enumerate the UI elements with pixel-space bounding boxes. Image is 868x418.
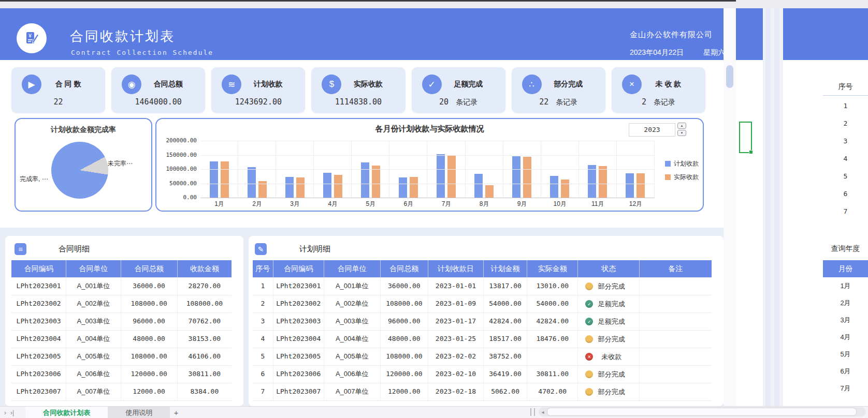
cell[interactable]: 4702.00 [527, 383, 578, 400]
remark-cell[interactable] [640, 278, 712, 295]
cell[interactable]: 108000.00 [381, 348, 428, 365]
cell[interactable]: A_005单位 [324, 348, 381, 365]
cell[interactable]: 42824.00 [484, 313, 527, 330]
cell[interactable]: LPht2023007 [11, 383, 66, 400]
month-cell[interactable]: 6月 [823, 363, 868, 380]
cell[interactable]: 1 [253, 278, 273, 295]
cell[interactable]: LPht2023006 [273, 366, 324, 383]
cell[interactable]: A_003单位 [324, 313, 381, 330]
cell[interactable]: 36000.00 [381, 278, 428, 295]
add-sheet-button[interactable]: + [170, 408, 182, 417]
cell[interactable]: 2 [253, 295, 273, 312]
cell[interactable]: 3 [253, 313, 273, 330]
cell[interactable]: LPht2023003 [273, 313, 324, 330]
cell[interactable]: 108000.00 [178, 295, 232, 312]
header-cell[interactable]: 合同编码 [11, 260, 66, 277]
month-cell[interactable]: 5月 [823, 346, 868, 363]
cell[interactable] [527, 348, 578, 365]
header-cell[interactable]: 合同总额 [381, 260, 428, 277]
header-cell[interactable]: 状态 [578, 260, 640, 277]
cell[interactable]: 36419.00 [484, 366, 527, 383]
year-input[interactable]: 2023 [629, 123, 675, 137]
cell[interactable]: 46106.00 [178, 348, 232, 365]
cell[interactable]: A_001单位 [66, 278, 121, 295]
cell[interactable]: 2023-01-01 [428, 278, 484, 295]
cell[interactable]: LPht2023002 [273, 295, 324, 312]
cell[interactable]: 2023-02-18 [428, 383, 484, 400]
header-cell[interactable]: 合同单位 [324, 260, 381, 277]
cell[interactable]: A_006单位 [66, 366, 121, 383]
month-column-header[interactable]: 月份 [823, 260, 868, 277]
cell[interactable]: 48000.00 [381, 331, 428, 348]
cell[interactable]: 2023-02-10 [428, 366, 484, 383]
cell[interactable]: 2023-01-25 [428, 331, 484, 348]
cell[interactable]: 6 [253, 366, 273, 383]
year-spin-up-button[interactable]: ▲ [677, 123, 686, 129]
header-cell[interactable]: 合同单位 [66, 260, 121, 277]
cell[interactable]: 12000.00 [381, 383, 428, 400]
horizontal-scrollbar-thumb[interactable] [547, 408, 857, 416]
month-cell[interactable]: 7月 [823, 380, 868, 397]
cell[interactable]: 7 [253, 383, 273, 400]
cell[interactable]: 28270.00 [178, 278, 232, 295]
remark-cell[interactable] [640, 383, 712, 400]
sheet-nav-next-icon[interactable]: ›| [10, 409, 14, 416]
header-cell[interactable]: 实际金额 [527, 260, 578, 277]
cell[interactable]: A_006单位 [324, 366, 381, 383]
cell[interactable]: 54000.00 [484, 295, 527, 312]
cell[interactable]: A_004单位 [66, 331, 121, 348]
status-cell[interactable]: ✓足额完成 [578, 313, 640, 330]
cell[interactable]: 48000.00 [121, 331, 178, 348]
remark-cell[interactable] [640, 331, 712, 348]
cell[interactable]: 70762.00 [178, 313, 232, 330]
status-cell[interactable]: 部分完成 [578, 366, 640, 383]
cell[interactable]: LPht2023001 [273, 278, 324, 295]
header-cell[interactable]: 计划金额 [484, 260, 527, 277]
cell[interactable]: 120000.00 [381, 366, 428, 383]
header-cell[interactable]: 合同总额 [121, 260, 178, 277]
cell[interactable]: 30811.00 [527, 366, 578, 383]
cell[interactable]: 120000.00 [121, 366, 178, 383]
header-cell[interactable]: 备注 [640, 260, 712, 277]
cell[interactable]: 38752.00 [484, 348, 527, 365]
status-cell[interactable]: ×未收款 [578, 348, 640, 365]
cell[interactable]: LPht2023006 [11, 366, 66, 383]
cell[interactable]: 96000.00 [121, 313, 178, 330]
cell[interactable]: LPht2023007 [273, 383, 324, 400]
vertical-scrollbar[interactable] [724, 8, 736, 406]
pane-splitter-handle[interactable] [530, 408, 535, 416]
seq-number-cell[interactable]: 7 [823, 203, 868, 220]
status-cell[interactable]: ✓足额完成 [578, 295, 640, 312]
remark-cell[interactable] [640, 366, 712, 383]
cell[interactable]: 2023-01-09 [428, 295, 484, 312]
cell[interactable]: A_007单位 [66, 383, 121, 400]
fill-handle[interactable] [749, 150, 753, 154]
cell[interactable]: A_001单位 [324, 278, 381, 295]
cell[interactable]: LPht2023003 [11, 313, 66, 330]
seq-number-cell[interactable]: 1 [823, 97, 868, 115]
cell[interactable]: 108000.00 [121, 348, 178, 365]
cell[interactable]: 12000.00 [121, 383, 178, 400]
month-cell[interactable]: 1月 [823, 277, 868, 294]
header-cell[interactable]: 收款金额 [178, 260, 232, 277]
cell[interactable]: LPht2023004 [11, 331, 66, 348]
cell[interactable]: A_004单位 [324, 331, 381, 348]
cell[interactable]: 2023-02-02 [428, 348, 484, 365]
cell[interactable]: A_005单位 [66, 348, 121, 365]
cell[interactable]: 96000.00 [381, 313, 428, 330]
cell[interactable]: 108000.00 [381, 295, 428, 312]
month-cell[interactable]: 4月 [823, 329, 868, 346]
seq-column-header[interactable]: 序号 [823, 79, 868, 94]
seq-number-cell[interactable]: 6 [823, 185, 868, 203]
cell[interactable]: 38153.00 [178, 331, 232, 348]
cell[interactable]: 54000.00 [527, 295, 578, 312]
cell[interactable]: 18476.00 [527, 331, 578, 348]
seq-number-cell[interactable]: 3 [823, 132, 868, 150]
vertical-scrollbar-thumb[interactable] [726, 65, 733, 88]
cell[interactable]: 8384.00 [178, 383, 232, 400]
horizontal-scrollbar[interactable]: ◂ [539, 407, 866, 416]
seq-number-cell[interactable]: 2 [823, 115, 868, 132]
cell[interactable]: A_002单位 [324, 295, 381, 312]
sheet-nav-prev-icon[interactable]: › [4, 409, 6, 416]
tab-contract-schedule[interactable]: 合同收款计划表 [25, 407, 108, 418]
